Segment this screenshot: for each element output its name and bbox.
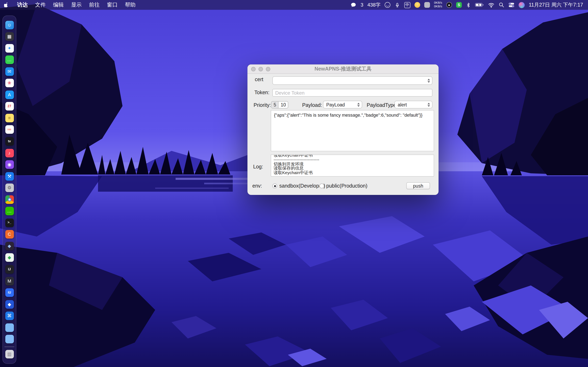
dock-icon-m-app[interactable]: M — [5, 277, 14, 285]
network-speed-status[interactable]: 0KB/s 0KB/s — [434, 1, 442, 8]
menu-item-3[interactable]: 显示 — [71, 1, 82, 8]
priority-label: Priority: — [254, 102, 271, 108]
dock-icon-dev-app[interactable]: ⌘ — [5, 312, 14, 320]
menu-bar-menus: 访达文件编辑显示前往窗口帮助 — [17, 1, 136, 8]
menu-item-0[interactable]: 访达 — [17, 1, 28, 8]
spotlight-search-icon[interactable] — [499, 2, 504, 8]
sogou-input-icon[interactable]: S — [456, 2, 462, 8]
microphone-icon[interactable] — [394, 2, 400, 8]
dock-icon-launchpad[interactable]: ▦ — [5, 32, 14, 41]
chat-badge-count: 3 — [361, 2, 363, 8]
dock-divider — [4, 347, 14, 347]
dock-icon-finder[interactable]: ☺ — [5, 21, 14, 29]
payload-label: Payload: — [302, 102, 322, 108]
dock-icon-calendar[interactable]: 27 — [5, 102, 14, 111]
token-label: Token: — [254, 90, 269, 95]
face-status-icon[interactable]: ◡ — [385, 2, 390, 8]
dock-icon-messages[interactable]: … — [5, 55, 14, 64]
chevron-updown-icon — [426, 78, 431, 83]
input-method-icon[interactable]: 中 — [404, 2, 410, 8]
dock-icon-mail[interactable]: ✉ — [5, 67, 14, 76]
word-count-status: 438字 — [367, 1, 380, 8]
dock-icon-notes[interactable]: ≡ — [5, 114, 14, 122]
payload-body-textarea[interactable]: {"aps":{"alert":"This is some fancy mess… — [271, 110, 434, 151]
dock-icon-reminders[interactable]: ≔ — [5, 125, 14, 134]
menu-bar: 访达文件编辑显示前往窗口帮助 3 438字 ◡ 中 0KB/s 0KB/s ● … — [0, 0, 588, 10]
dock-icon-iu-app[interactable]: iU — [5, 288, 14, 297]
dock-icon-tv[interactable]: tv — [5, 137, 14, 146]
chat-bubble-icon[interactable] — [350, 2, 356, 8]
log-textarea[interactable]: 读取Keychain中证书 --------------------------… — [271, 155, 434, 176]
device-token-input[interactable] — [272, 89, 432, 97]
window-title: NewAPNS-推送测试工具 — [276, 64, 410, 73]
zoom-button[interactable] — [266, 67, 270, 71]
chevron-updown-icon — [426, 103, 431, 107]
desktop: 访达文件编辑显示前往窗口帮助 3 438字 ◡ 中 0KB/s 0KB/s ● … — [0, 0, 588, 367]
smiley-status-icon[interactable] — [415, 2, 420, 8]
dock-icon-game[interactable]: ◆ — [5, 242, 14, 250]
priority-option-5[interactable]: 5 — [272, 101, 279, 108]
dock-icon-wechat[interactable]: … — [5, 207, 14, 216]
window-titlebar[interactable]: NewAPNS-推送测试工具 — [247, 64, 439, 74]
apns-tool-window: NewAPNS-推送测试工具 cert Token: Priority: 5 1… — [247, 64, 439, 195]
dock-icon-folder-1[interactable] — [5, 323, 14, 332]
dock-icon-photos[interactable]: ❀ — [5, 79, 14, 87]
menu-item-1[interactable]: 文件 — [35, 1, 46, 8]
control-center-icon[interactable] — [508, 2, 515, 8]
menu-item-6[interactable]: 帮助 — [125, 1, 136, 8]
menu-bar-clock[interactable]: 11月27日 周六 下午7:17 — [529, 1, 583, 8]
env-public-label: public(Production) — [326, 183, 367, 189]
priority-option-10[interactable]: 10 — [279, 101, 288, 108]
menu-item-4[interactable]: 前往 — [89, 1, 100, 8]
payload-type-select[interactable]: alert — [394, 101, 432, 108]
dock-icon-folder-2[interactable] — [5, 335, 14, 343]
cert-select[interactable] — [272, 76, 432, 85]
dock-icon-app-store[interactable]: A — [5, 91, 14, 99]
dock-icon-chrome[interactable] — [5, 195, 14, 204]
dock-icon-xcode[interactable]: ⚒ — [5, 172, 14, 180]
bluetooth-icon[interactable] — [466, 2, 471, 8]
log-label: Log: — [253, 164, 263, 170]
cert-label: cert — [255, 77, 263, 82]
menu-item-2[interactable]: 编辑 — [53, 1, 64, 8]
env-label: env: — [252, 183, 262, 189]
dock-icon-intellij[interactable]: IJ — [5, 265, 14, 274]
dock-icon-blue-app[interactable]: ◆ — [5, 300, 14, 309]
dock-icon-terminal[interactable]: >_ — [5, 218, 14, 227]
dock-icon-maps[interactable]: ◆ — [5, 253, 14, 262]
dock-icon-safari[interactable]: ✦ — [5, 44, 14, 52]
dock-icon-c-dev[interactable]: C — [5, 230, 14, 239]
env-sandbox-label: sandbox(Developer) — [279, 183, 325, 189]
minimize-button[interactable] — [259, 67, 263, 71]
env-radio-sandbox[interactable] — [272, 184, 277, 188]
chevron-updown-icon — [356, 103, 361, 107]
payload-select-value: PayLoad — [326, 102, 356, 107]
dock-icon-settings[interactable]: ⚙ — [5, 184, 14, 192]
log-text: 读取Keychain中证书 --------------------------… — [271, 155, 434, 175]
menu-item-5[interactable]: 窗口 — [107, 1, 118, 8]
dock-icon-music[interactable]: ♪ — [5, 149, 14, 157]
dark-app-status-icon[interactable]: ● — [446, 2, 452, 8]
dock-icon-podcasts[interactable]: ◉ — [5, 160, 14, 169]
payload-body-text: {"aps":{"alert":"This is some fancy mess… — [271, 110, 434, 120]
priority-segmented-control: 5 10 — [271, 101, 288, 108]
payload-type-label: PayloadType: — [367, 102, 398, 108]
siri-icon[interactable] — [519, 2, 525, 8]
dock-icon-trash[interactable]: ▥ — [5, 350, 14, 359]
wifi-icon[interactable] — [488, 2, 494, 8]
payload-type-select-value: alert — [398, 102, 426, 107]
dock: ☺▦✦…✉❀A27≡≔tv♪◉⚒⚙…>_C◆◆IJMiU◆⌘▥ — [2, 16, 16, 364]
battery-icon[interactable] — [475, 2, 484, 8]
apple-menu-icon[interactable] — [4, 2, 10, 8]
push-button[interactable]: push — [406, 182, 430, 189]
payload-select[interactable]: PayLoad — [323, 101, 362, 108]
close-button[interactable] — [251, 67, 256, 71]
env-radio-public[interactable] — [319, 184, 324, 188]
utility-app-icon[interactable] — [424, 2, 430, 8]
